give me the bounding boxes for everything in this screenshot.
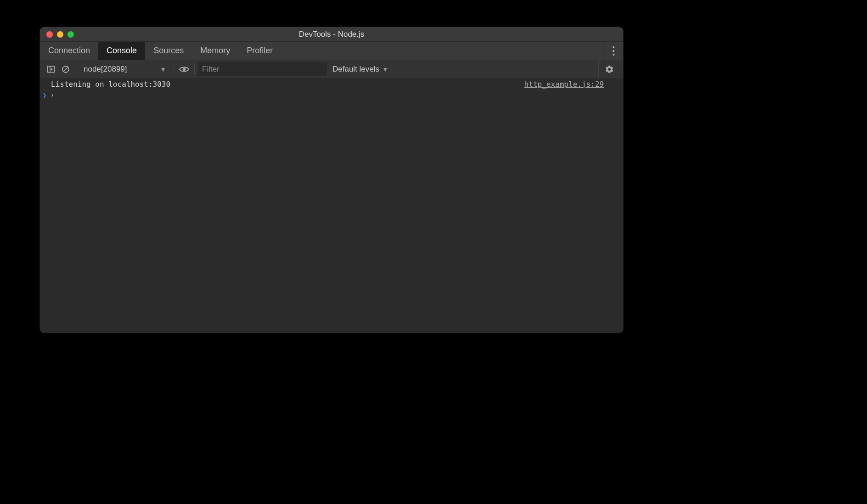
prompt-chevron-icon: ❯ [43,91,46,99]
console-settings-button[interactable] [598,60,619,78]
svg-point-5 [183,67,186,70]
clear-console-button[interactable] [58,60,73,78]
context-label: node[20899] [84,65,127,74]
divider [174,63,174,75]
tab-sources[interactable]: Sources [145,42,192,60]
toggle-sidebar-button[interactable] [44,60,58,78]
log-source-link[interactable]: http_example.js:29 [524,80,604,89]
clear-icon [61,65,70,74]
console-output: Listening on localhost:3030 http_example… [40,78,623,333]
log-level-selector[interactable]: Default levels ▼ [327,65,394,74]
panel-tabs: Connection Console Sources Memory Profil… [40,42,623,60]
kebab-icon [613,45,614,56]
divider [194,63,195,75]
eye-icon [179,66,190,73]
chevron-down-icon: ▼ [160,66,166,73]
minimize-button[interactable] [57,31,63,38]
gear-icon [605,65,614,74]
tab-connection[interactable]: Connection [40,42,98,60]
console-prompt[interactable]: ❯ › [40,90,623,100]
svg-line-4 [63,67,68,72]
close-button[interactable] [46,31,53,38]
maximize-button[interactable] [68,31,74,38]
chevron-down-icon: ▼ [382,66,388,73]
tab-profiler[interactable]: Profiler [238,42,281,60]
traffic-lights [46,31,74,38]
context-selector[interactable]: node[20899] ▼ [79,65,171,74]
sidebar-icon [47,65,55,73]
filter-input[interactable] [197,62,327,76]
devtools-window: DevTools - Node.js Connection Console So… [39,27,624,333]
window-title: DevTools - Node.js [40,30,623,39]
level-label: Default levels [332,65,379,74]
prompt-chevron-icon: › [50,91,54,99]
log-entry: Listening on localhost:3030 http_example… [40,78,623,90]
titlebar: DevTools - Node.js [40,27,623,42]
svg-marker-2 [51,68,53,71]
console-toolbar: node[20899] ▼ Default levels ▼ [40,60,623,78]
divider [76,63,76,75]
log-message: Listening on localhost:3030 [51,80,524,89]
more-tabs-button[interactable] [603,42,623,60]
tab-console[interactable]: Console [98,42,145,60]
live-expression-button[interactable] [177,60,191,78]
tab-memory[interactable]: Memory [192,42,238,60]
